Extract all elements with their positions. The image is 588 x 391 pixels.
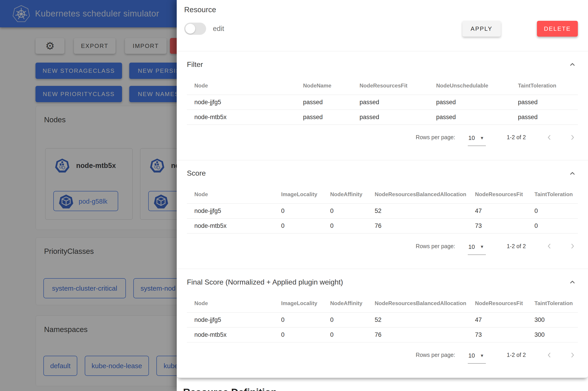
rows-per-page-label: Rows per page: — [416, 352, 455, 358]
chevron-right-icon — [570, 243, 575, 249]
table-cell: node-jjfg5 — [187, 312, 274, 327]
table-cell: 0 — [323, 218, 367, 233]
final-score-panel-title: Final Score (Normalized + Applied plugin… — [187, 278, 343, 286]
final-score-table: NodeImageLocalityNodeAffinityNodeResourc… — [187, 289, 578, 342]
column-header[interactable]: Node — [187, 289, 274, 312]
drawer-header: Resource edit APPLY DELETE — [177, 0, 588, 51]
column-header[interactable]: NodeResourcesBalancedAllocation — [367, 289, 468, 312]
table-cell: 0 — [527, 218, 578, 233]
chevron-up-icon — [569, 279, 576, 285]
rows-per-page-select[interactable]: 10 ▼ — [468, 243, 486, 255]
drawer-controls: edit APPLY DELETE — [184, 21, 578, 37]
chevron-left-icon — [546, 134, 552, 141]
column-header[interactable]: NodeResourcesFit — [468, 289, 527, 312]
table-cell: 0 — [274, 312, 323, 327]
table-cell: 73 — [468, 327, 527, 342]
table-row: node-mtb5xpassedpassedpassedpassed — [187, 110, 578, 124]
column-header[interactable]: NodeAffinity — [323, 289, 367, 312]
table-cell: 0 — [323, 204, 367, 218]
table-cell: node-jjfg5 — [187, 95, 296, 110]
table-cell: 0 — [274, 327, 323, 342]
collapse-button[interactable] — [567, 168, 578, 179]
dropdown-caret-icon: ▼ — [480, 136, 484, 141]
table-cell: node-mtb5x — [187, 327, 274, 342]
previous-page-button[interactable] — [544, 350, 555, 361]
rows-per-page-select[interactable]: 10 ▼ — [468, 352, 486, 364]
column-header[interactable]: NodeResourcesFit — [352, 71, 429, 95]
page-range: 1-2 of 2 — [507, 134, 526, 141]
resource-drawer: Resource edit APPLY DELETE Filter NodeNo… — [177, 0, 588, 391]
drawer-title: Resource — [184, 5, 578, 14]
column-header[interactable]: TaintToleration — [527, 289, 578, 312]
table-cell: 52 — [367, 312, 468, 327]
table-row: node-jjfg5005247300 — [187, 312, 578, 327]
table-pagination: Rows per page: 10 ▼ 1-2 of 2 — [187, 342, 578, 368]
table-cell: node-jjfg5 — [187, 204, 274, 218]
dropdown-caret-icon: ▼ — [480, 244, 484, 249]
filter-panel: Filter NodeNodeNameNodeResourcesFitNodeU… — [177, 51, 588, 160]
column-header[interactable]: TaintToleration — [510, 71, 578, 95]
table-cell: passed — [296, 110, 352, 124]
score-panel-title: Score — [187, 169, 206, 177]
previous-page-button[interactable] — [544, 132, 555, 143]
chevron-up-icon — [569, 62, 576, 67]
rows-per-page-label: Rows per page: — [416, 134, 455, 141]
column-header[interactable]: NodeUnschedulable — [429, 71, 510, 95]
table-cell: node-mtb5x — [187, 110, 296, 124]
column-header[interactable]: Node — [187, 180, 274, 204]
column-header[interactable]: ImageLocality — [274, 180, 323, 204]
collapse-button[interactable] — [567, 59, 578, 70]
column-header[interactable]: Node — [187, 71, 296, 95]
edit-toggle-knob — [185, 24, 195, 34]
chevron-up-icon — [569, 171, 576, 176]
delete-button[interactable]: DELETE — [537, 21, 578, 37]
table-row: node-jjfg5passedpassedpassedpassed — [187, 95, 578, 110]
table-cell: 0 — [323, 312, 367, 327]
column-header[interactable]: NodeName — [296, 71, 352, 95]
table-cell: passed — [429, 95, 510, 110]
next-page-button[interactable] — [567, 241, 578, 252]
page-range: 1-2 of 2 — [507, 243, 526, 250]
kubernetes-scheduler-simulator-window: Kubernetes scheduler simulator ⚙ EXPORT … — [0, 0, 588, 391]
chevron-left-icon — [546, 243, 552, 249]
column-header[interactable]: NodeAffinity — [323, 180, 367, 204]
table-row: node-mtb5x007673300 — [187, 327, 578, 342]
collapse-button[interactable] — [567, 277, 578, 288]
filter-table: NodeNodeNameNodeResourcesFitNodeUnschedu… — [187, 71, 578, 125]
edit-toggle[interactable] — [184, 23, 206, 35]
table-cell: 76 — [367, 218, 468, 233]
column-header[interactable]: NodeResourcesFit — [468, 180, 527, 204]
table-cell: passed — [352, 110, 429, 124]
next-page-button[interactable] — [567, 132, 578, 143]
rows-per-page-select[interactable]: 10 ▼ — [468, 134, 486, 146]
page-range: 1-2 of 2 — [507, 352, 526, 358]
filter-panel-title: Filter — [187, 60, 203, 69]
table-cell: passed — [296, 95, 352, 110]
column-header[interactable]: NodeResourcesBalancedAllocation — [367, 180, 468, 204]
final-score-panel: Final Score (Normalized + Applied plugin… — [177, 269, 588, 378]
table-cell: 0 — [274, 218, 323, 233]
apply-button[interactable]: APPLY — [462, 21, 501, 37]
table-cell: passed — [510, 95, 578, 110]
table-cell: 0 — [274, 204, 323, 218]
previous-page-button[interactable] — [544, 241, 555, 252]
rows-per-page-label: Rows per page: — [416, 243, 455, 250]
resource-definition-title: Resource Definition — [177, 378, 588, 391]
table-cell: 0 — [323, 327, 367, 342]
next-page-button[interactable] — [567, 350, 578, 361]
score-panel: Score NodeImageLocalityNodeAffinityNodeR… — [177, 160, 588, 269]
table-cell: 47 — [468, 204, 527, 218]
table-row: node-mtb5x0076730 — [187, 218, 578, 233]
column-header[interactable]: ImageLocality — [274, 289, 323, 312]
table-cell: 300 — [527, 327, 578, 342]
table-cell: 300 — [527, 312, 578, 327]
chevron-right-icon — [570, 134, 575, 141]
chevron-right-icon — [570, 352, 575, 358]
column-header[interactable]: TaintToleration — [527, 180, 578, 204]
table-cell: node-mtb5x — [187, 218, 274, 233]
table-cell: 0 — [527, 204, 578, 218]
table-cell: 73 — [468, 218, 527, 233]
table-cell: 47 — [468, 312, 527, 327]
table-pagination: Rows per page: 10 ▼ 1-2 of 2 — [187, 233, 578, 259]
dropdown-caret-icon: ▼ — [480, 353, 484, 358]
